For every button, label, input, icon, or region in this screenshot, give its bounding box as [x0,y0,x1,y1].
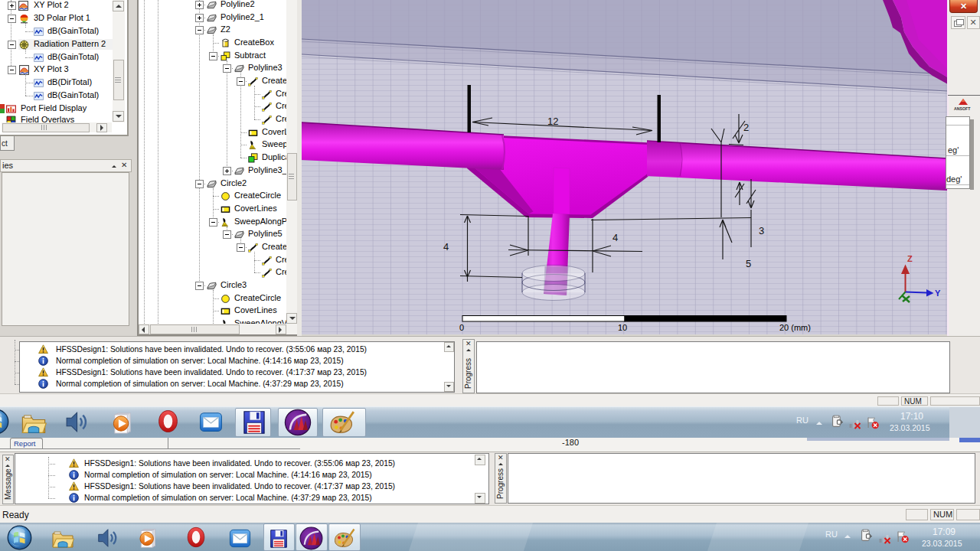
svg-text:Y: Y [935,289,941,298]
svg-text:12: 12 [547,116,558,127]
svg-text:Z: Z [907,254,913,263]
svg-text:0: 0 [459,323,464,332]
svg-text:ANSOFT: ANSOFT [954,106,971,111]
svg-text:20 (mm): 20 (mm) [779,323,811,332]
svg-text:3: 3 [759,225,764,236]
svg-text:2: 2 [743,122,749,133]
svg-text:4: 4 [612,232,618,243]
svg-text:4: 4 [443,241,449,253]
svg-text:5: 5 [746,258,751,269]
svg-text:10: 10 [618,323,627,332]
